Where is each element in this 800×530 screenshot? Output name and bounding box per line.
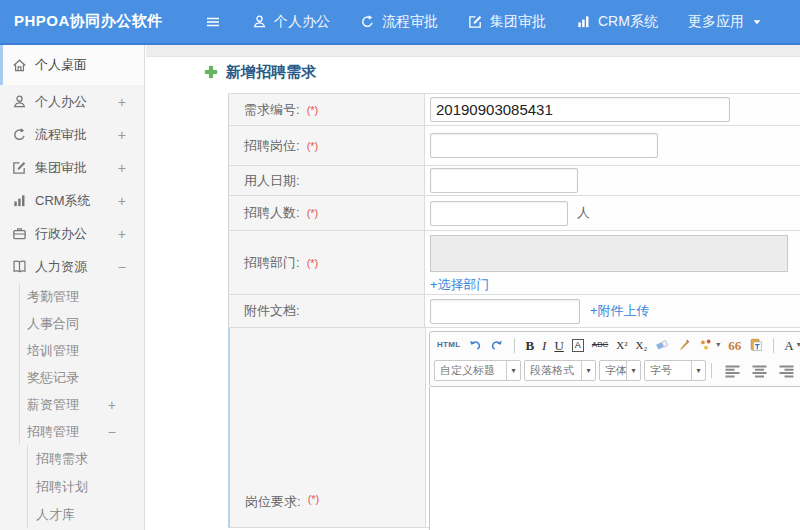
subscript-button[interactable]: X₂ xyxy=(636,340,648,351)
expand-toggle[interactable]: + xyxy=(118,193,126,209)
expand-toggle[interactable]: + xyxy=(108,397,116,413)
sidebar-item-label: 行政办公 xyxy=(35,225,118,243)
font-color-button[interactable]: A▾ xyxy=(784,339,800,352)
expand-toggle[interactable]: + xyxy=(118,127,126,143)
topnav-workflow-approval[interactable]: 流程审批 xyxy=(360,13,438,31)
topnav-more-apps[interactable]: 更多应用 xyxy=(688,13,763,31)
topnav-label: 个人办公 xyxy=(274,13,330,31)
italic-button[interactable]: I xyxy=(542,339,546,352)
redo-button[interactable] xyxy=(490,338,504,352)
caret-down-icon: ▾ xyxy=(581,361,595,380)
align-right-button[interactable] xyxy=(778,364,795,377)
top-header: PHPOA协同办公软件 个人办公 流程审批 集团审批 CRM系统 更多应用 xyxy=(0,0,800,45)
sidebar-item-label: 招聘管理 xyxy=(27,423,108,441)
superscript-button[interactable]: X² xyxy=(616,340,627,351)
sidebar-item-label: 集团审批 xyxy=(35,159,118,177)
expand-toggle[interactable]: + xyxy=(118,94,126,110)
topnav-label: 流程审批 xyxy=(382,13,438,31)
format-brush-button[interactable] xyxy=(677,338,691,352)
field-label: 附件文档: xyxy=(244,302,300,320)
sidebar-item-reward-punishment[interactable]: 奖惩记录 xyxy=(0,364,144,391)
demand-no-input[interactable] xyxy=(430,97,730,122)
sidebar-item-personal-office[interactable]: 个人办公+ xyxy=(0,85,144,118)
field-label: 用人日期: xyxy=(244,172,300,190)
select-label: 段落格式 xyxy=(525,361,581,380)
sidebar-item-workflow-approval[interactable]: 流程审批+ xyxy=(0,118,144,151)
html-source-button[interactable]: HTML xyxy=(437,341,460,349)
sidebar-item-recruit-demand[interactable]: 招聘需求 xyxy=(0,445,144,473)
sidebar-item-label: 培训管理 xyxy=(27,342,116,360)
sidebar-item-crm-system[interactable]: CRM系统+ xyxy=(0,184,144,217)
topnav-group-approval[interactable]: 集团审批 xyxy=(468,13,546,31)
expand-toggle[interactable]: + xyxy=(118,226,126,242)
undo-button[interactable] xyxy=(468,338,482,352)
color-palette-button[interactable]: ▾ xyxy=(699,338,720,352)
sidebar-item-admin-office[interactable]: 行政办公+ xyxy=(0,217,144,250)
sidebar-item-personal-desktop[interactable]: 个人桌面 xyxy=(0,45,144,85)
eraser-icon xyxy=(655,338,669,352)
headcount-input[interactable] xyxy=(430,201,568,226)
attachment-input[interactable] xyxy=(430,299,580,324)
form-row-requirements: 岗位要求: (*) HTMLBIUAABCX²X₂▾66A▾a 自定义标题▾段落… xyxy=(228,328,800,528)
underline-button[interactable]: U xyxy=(554,339,563,352)
field-label-cell: 岗位要求: (*) xyxy=(230,328,426,527)
sidebar-item-recruit-mgmt[interactable]: 招聘管理− xyxy=(0,418,144,445)
required-mark: (*) xyxy=(307,140,319,152)
editor-toolbar-row1: HTMLBIUAABCX²X₂▾66A▾a xyxy=(430,332,800,358)
custom-heading-select[interactable]: 自定义标题▾ xyxy=(434,360,521,381)
top-nav: 个人办公 流程审批 集团审批 CRM系统 更多应用 xyxy=(252,13,763,31)
sidebar-item-human-resources[interactable]: 人力资源− xyxy=(0,250,144,283)
select-department-link[interactable]: +选择部门 xyxy=(430,276,490,294)
sidebar: 个人桌面个人办公+流程审批+集团审批+CRM系统+行政办公+人力资源−考勤管理人… xyxy=(0,45,145,530)
bold-button[interactable]: B xyxy=(525,339,534,352)
department-textarea[interactable] xyxy=(430,235,788,272)
caret-down-icon: ▾ xyxy=(691,361,705,380)
field-label: 招聘人数: xyxy=(244,204,300,222)
toolbar-separator xyxy=(773,338,774,353)
hamburger-menu-icon[interactable] xyxy=(204,14,222,30)
expand-toggle[interactable]: − xyxy=(108,424,116,440)
add-icon xyxy=(204,65,218,79)
editor-content-area[interactable] xyxy=(429,387,800,530)
strikethrough-button[interactable]: ABC xyxy=(592,341,608,349)
sidebar-item-attendance-mgmt[interactable]: 考勤管理 xyxy=(0,283,144,310)
position-input[interactable] xyxy=(430,133,658,158)
attachment-upload-link[interactable]: +附件上传 xyxy=(590,302,650,320)
eraser-button[interactable] xyxy=(655,338,669,352)
paste-text-button[interactable] xyxy=(749,338,763,352)
topnav-label: CRM系统 xyxy=(598,13,658,31)
sidebar-item-talent-pool[interactable]: 人才库 xyxy=(0,501,144,529)
sidebar-item-label: 个人桌面 xyxy=(35,56,126,74)
field-label: 招聘部门: xyxy=(244,254,300,272)
sidebar-item-hr-contract[interactable]: 人事合同 xyxy=(0,310,144,337)
blockquote-button[interactable]: 66 xyxy=(728,339,741,352)
sidebar-item-training-mgmt[interactable]: 培训管理 xyxy=(0,337,144,364)
expand-toggle[interactable]: + xyxy=(118,160,126,176)
sidebar-item-group-approval[interactable]: 集团审批+ xyxy=(0,151,144,184)
char-border-button[interactable]: A xyxy=(572,339,584,352)
form-row-department: 招聘部门: (*) +选择部门 xyxy=(228,231,800,295)
sidebar-item-label: 人才库 xyxy=(36,506,126,524)
workflow-icon xyxy=(360,14,375,29)
form-row-headcount: 招聘人数: (*) 人 xyxy=(228,196,800,231)
field-label-cell: 招聘部门: (*) xyxy=(229,231,425,294)
briefcase-icon xyxy=(12,226,27,241)
form-row-hire-date: 用人日期: xyxy=(228,166,800,196)
font-size-select[interactable]: 字号▾ xyxy=(644,360,706,381)
align-left-button[interactable] xyxy=(724,364,741,377)
topnav-personal-office[interactable]: 个人办公 xyxy=(252,13,330,31)
select-label: 自定义标题 xyxy=(435,361,506,380)
font-family-select[interactable]: 字体▾ xyxy=(599,360,641,381)
topnav-crm-system[interactable]: CRM系统 xyxy=(576,13,658,31)
align-center-button[interactable] xyxy=(751,364,768,377)
hire-date-input[interactable] xyxy=(430,168,578,193)
sidebar-item-recruit-plan[interactable]: 招聘计划 xyxy=(0,473,144,501)
sidebar-item-label: 薪资管理 xyxy=(27,396,108,414)
sidebar-item-salary-mgmt[interactable]: 薪资管理+ xyxy=(0,391,144,418)
recruit-demand-form: 需求编号: (*) 招聘岗位: (*) 用人日期: xyxy=(228,93,800,528)
field-label-cell: 附件文档: xyxy=(229,295,425,327)
expand-toggle[interactable]: − xyxy=(118,259,126,275)
field-value-cell xyxy=(425,94,800,125)
paragraph-format-select[interactable]: 段落格式▾ xyxy=(524,360,596,381)
page-title: 新增招聘需求 xyxy=(226,63,316,82)
